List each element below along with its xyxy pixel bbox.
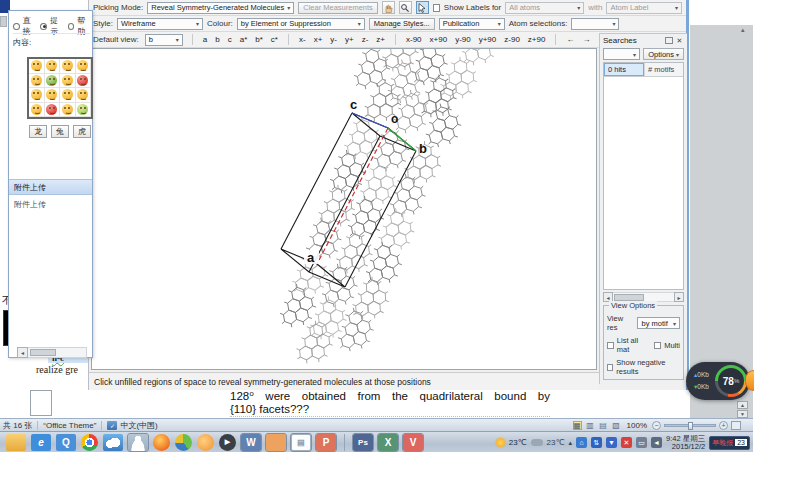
browser-360-icon[interactable] (175, 434, 192, 451)
translate-hand-button[interactable] (382, 1, 395, 14)
translate-right-button[interactable]: → (581, 35, 591, 44)
zoom-slider-thumb[interactable] (688, 422, 693, 430)
motifs-column-header[interactable]: # motifs (644, 63, 683, 76)
internet-explorer-icon[interactable]: e (31, 434, 51, 451)
fit-to-window-button[interactable] (731, 421, 741, 430)
emoji-pout[interactable] (45, 88, 61, 103)
atom-selections-select[interactable]: ▾ (571, 18, 619, 30)
floating-ball[interactable] (745, 370, 754, 391)
rotate-x-plus90-button[interactable]: x+90 (429, 35, 449, 44)
tray-expand-icon[interactable]: ▴ (569, 439, 573, 447)
reading-view-button[interactable]: ▤ (599, 421, 608, 430)
emoji-calm[interactable] (60, 103, 76, 118)
shield-tray-icon[interactable]: ▼ (606, 437, 617, 448)
close-icon[interactable]: ✕ (675, 36, 684, 45)
rotate-x-minus90-button[interactable]: x-90 (405, 35, 423, 44)
emoji-laugh[interactable] (76, 88, 92, 103)
emoji-flushed[interactable] (76, 59, 92, 74)
emoji-rabbit[interactable] (29, 59, 45, 74)
chat-hscrollbar[interactable]: ◂ (17, 347, 87, 358)
view-c-button[interactable]: c (227, 35, 233, 44)
scroll-track[interactable] (28, 347, 87, 358)
label-type-select[interactable]: Atom Label▾ (606, 2, 682, 14)
media-player-icon[interactable]: ▶ (219, 434, 236, 451)
emoji-angry[interactable] (76, 74, 92, 89)
orange-browser-icon[interactable] (197, 434, 214, 451)
emoji-yummy[interactable] (29, 103, 45, 118)
style-select[interactable]: Wireframe▾ (117, 18, 203, 30)
home-tray-icon[interactable]: ⌂ (576, 437, 587, 448)
scroll-thumb[interactable] (614, 294, 644, 301)
zoom-level[interactable]: 100% (627, 421, 647, 430)
view-cstar-button[interactable]: c* (270, 35, 279, 44)
clear-measurements-button[interactable]: Clear Measurements (298, 2, 378, 14)
attachment-upload-header[interactable]: 附件上传 (9, 179, 92, 195)
float-panel-icon[interactable] (665, 37, 673, 44)
radio-direct[interactable] (13, 23, 20, 30)
manage-styles-button[interactable]: Manage Styles... (369, 18, 435, 30)
zoom-in-button[interactable]: + (719, 421, 728, 430)
word-icon[interactable]: W (241, 434, 261, 451)
search-select[interactable]: ▾ (603, 48, 640, 60)
rotate-z-plus90-button[interactable]: z+90 (527, 35, 547, 44)
negative-results-checkbox[interactable] (607, 364, 613, 371)
list-all-checkbox[interactable] (607, 342, 614, 349)
powerpoint-icon[interactable]: P (316, 434, 336, 451)
select-mode-button[interactable] (416, 1, 429, 14)
photoshop-icon[interactable]: Ps (353, 434, 373, 451)
labels-atoms-select[interactable]: All atoms▾ (505, 2, 584, 14)
emoji-smile[interactable] (29, 88, 45, 103)
rotate-x-minus-button[interactable]: x- (298, 35, 307, 44)
network-tray-icon[interactable]: ▭ (636, 437, 647, 448)
attachment-upload-item[interactable]: 附件上传 (9, 196, 92, 212)
view-astar-button[interactable]: a* (239, 35, 249, 44)
slideshow-button[interactable]: ▧ (612, 421, 621, 430)
scroll-thumb[interactable] (30, 349, 56, 356)
zoom-slider[interactable] (664, 424, 716, 427)
explorer-icon[interactable] (6, 434, 26, 451)
slide-sorter-button[interactable]: ▥ (586, 421, 595, 430)
scroll-up-icon[interactable]: ▴ (741, 26, 745, 34)
picking-mode-select[interactable]: Reveal Symmetry-Generated Molecules▾ (147, 2, 294, 14)
rotate-z-minus-button[interactable]: z- (361, 35, 370, 44)
rotate-y-plus-button[interactable]: y+ (344, 35, 355, 44)
rotate-z-minus90-button[interactable]: z-90 (503, 35, 521, 44)
rotate-z-plus-button[interactable]: z+ (375, 35, 386, 44)
volume-tray-icon[interactable]: ◄ (651, 437, 662, 448)
scroll-down-button[interactable]: ▼ (737, 410, 748, 418)
rotate-x-plus-button[interactable]: x+ (313, 35, 324, 44)
view-bstar-button[interactable]: b* (254, 35, 264, 44)
orange-app-icon[interactable] (266, 434, 286, 451)
emoji-turtle[interactable] (45, 74, 61, 89)
translate-left-button[interactable]: ← (565, 35, 575, 44)
colour-select[interactable]: by Element or Suppression▾ (237, 18, 365, 30)
view-a-button[interactable]: a (202, 35, 208, 44)
emoji-sleepy[interactable] (29, 74, 45, 89)
style-preset-select[interactable]: Publication▾ (439, 18, 505, 30)
emoji-scarf[interactable] (45, 103, 61, 118)
emoji-neutral[interactable] (60, 88, 76, 103)
radio-help[interactable] (68, 23, 75, 30)
clock[interactable]: 9:42 星期三 2015/12/2 (666, 435, 705, 451)
scroll-left-button[interactable]: ◂ (17, 347, 28, 358)
excel-icon[interactable]: X (378, 434, 398, 451)
show-labels-checkbox[interactable] (433, 4, 440, 12)
document-app-icon[interactable]: ▤ (291, 434, 311, 451)
weather-sun-icon[interactable] (496, 438, 505, 447)
hits-column-header[interactable]: 0 hits (604, 63, 644, 76)
multi-checkbox[interactable] (654, 342, 661, 349)
radio-hint[interactable] (40, 23, 47, 30)
messenger-icon[interactable]: Q (56, 434, 76, 451)
zodiac-rabbit-button[interactable]: 兔 (51, 125, 69, 138)
news-badge[interactable]: 早晚报 23 (709, 436, 750, 450)
alert-tray-icon[interactable]: ✕ (621, 437, 632, 448)
view-b-button[interactable]: b (214, 35, 220, 44)
emoji-pig[interactable] (45, 59, 61, 74)
normal-view-button[interactable]: ▦ (573, 421, 582, 430)
rotate-y-minus90-button[interactable]: y-90 (454, 35, 472, 44)
zodiac-dragon-button[interactable]: 龙 (29, 125, 47, 138)
default-view-select[interactable]: b▾ (145, 34, 183, 46)
structure-viewport[interactable]: c o b a (91, 48, 597, 370)
scroll-up-button[interactable]: ▲ (737, 401, 748, 409)
zoom-out-button[interactable]: − (652, 421, 661, 430)
